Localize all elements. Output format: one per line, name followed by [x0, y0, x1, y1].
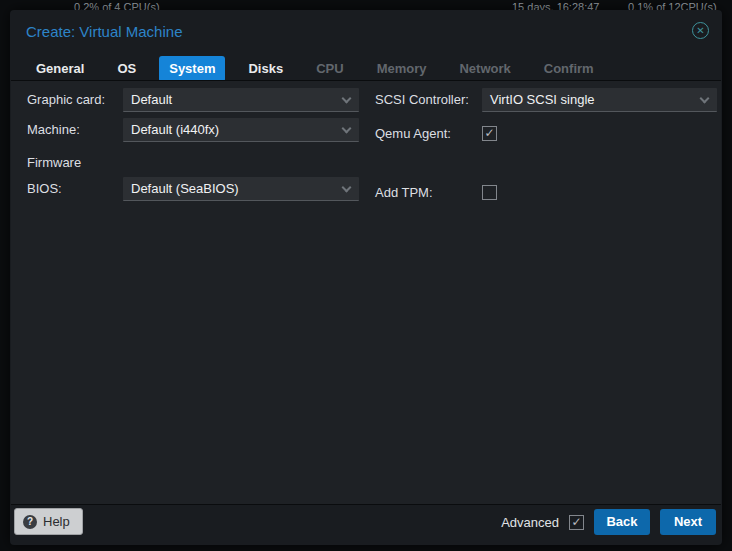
graphic-card-value: Default [131, 92, 172, 107]
close-icon[interactable]: ✕ [692, 22, 709, 39]
tab-network: Network [449, 56, 520, 82]
machine-value: Default (i440fx) [131, 122, 219, 137]
add-tpm-label: Add TPM: [375, 181, 433, 205]
tab-os[interactable]: OS [107, 56, 146, 82]
tab-confirm: Confirm [534, 56, 604, 82]
add-tpm-checkbox[interactable] [482, 185, 497, 200]
machine-select[interactable]: Default (i440fx) [123, 118, 359, 142]
checkmark-icon: ✓ [571, 515, 581, 529]
dialog-title: Create: Virtual Machine [26, 23, 182, 40]
tab-disks[interactable]: Disks [238, 56, 293, 82]
footer-actions: Advanced ✓ Back Next [501, 509, 716, 535]
machine-label: Machine: [27, 118, 80, 142]
scsi-controller-value: VirtIO SCSI single [490, 92, 595, 107]
help-button-label: Help [43, 514, 70, 529]
tab-memory: Memory [367, 56, 437, 82]
bios-select[interactable]: Default (SeaBIOS) [123, 177, 359, 201]
scsi-controller-select[interactable]: VirtIO SCSI single [482, 88, 717, 112]
tab-cpu: CPU [306, 56, 353, 82]
scsi-controller-label: SCSI Controller: [375, 88, 469, 112]
system-tab-panel: Graphic card: Default Machine: Default (… [11, 80, 721, 505]
chevron-down-icon [700, 94, 710, 104]
back-button[interactable]: Back [594, 509, 650, 535]
help-icon: ? [23, 515, 37, 529]
dialog-footer: ? Help Advanced ✓ Back Next [10, 505, 722, 545]
qemu-agent-checkbox[interactable]: ✓ [482, 126, 497, 141]
tab-general[interactable]: General [26, 56, 94, 82]
chevron-down-icon [342, 183, 352, 193]
advanced-checkbox[interactable]: ✓ [569, 515, 584, 530]
next-button[interactable]: Next [660, 509, 716, 535]
create-vm-dialog: Create: Virtual Machine ✕ General OS Sys… [10, 10, 722, 545]
qemu-agent-label: Qemu Agent: [375, 122, 451, 146]
bios-value: Default (SeaBIOS) [131, 181, 239, 196]
help-button[interactable]: ? Help [14, 508, 83, 535]
graphic-card-select[interactable]: Default [123, 88, 359, 112]
checkmark-icon: ✓ [484, 126, 494, 140]
bios-label: BIOS: [27, 177, 62, 201]
dialog-tabbar: General OS System Disks CPU Memory Netwo… [26, 56, 604, 82]
firmware-heading: Firmware [27, 151, 81, 175]
dialog-header: Create: Virtual Machine ✕ [10, 10, 722, 44]
tab-system[interactable]: System [159, 56, 225, 82]
advanced-label: Advanced [501, 515, 559, 530]
chevron-down-icon [342, 94, 352, 104]
chevron-down-icon [342, 124, 352, 134]
graphic-card-label: Graphic card: [27, 88, 105, 112]
